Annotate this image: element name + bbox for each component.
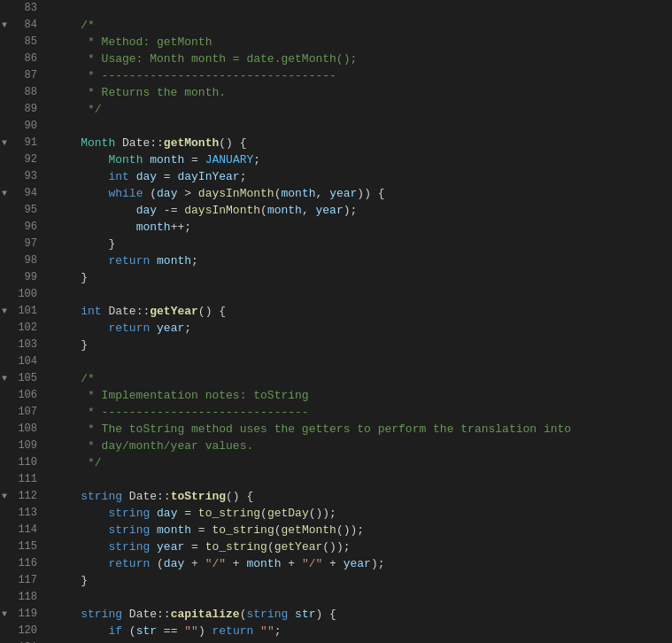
token: day [136, 170, 157, 183]
gutter-line: ▼101 [0, 303, 37, 320]
token: capitalize [171, 608, 240, 621]
gutter-line: 92 [0, 151, 37, 168]
fold-arrow-icon[interactable]: ▼ [2, 185, 7, 202]
token: + [226, 557, 246, 570]
token: getMonth [282, 523, 336, 537]
gutter-line: 108 [0, 421, 37, 438]
line-number: 97 [25, 236, 37, 252]
code-line: Month Date::getMonth() { [53, 135, 672, 151]
line-number: 119 [18, 606, 37, 623]
fold-arrow-icon[interactable]: ▼ [2, 606, 7, 623]
line-number: 118 [18, 589, 37, 606]
token: str [136, 624, 157, 638]
token: } [53, 338, 88, 352]
token: -= [157, 204, 184, 217]
line-number: 113 [18, 505, 37, 522]
token [53, 170, 108, 183]
token: month [282, 187, 316, 200]
token [288, 608, 295, 621]
token: ( [260, 204, 267, 217]
line-number: 117 [18, 572, 37, 589]
gutter-line: 102 [0, 320, 37, 337]
token: /* [53, 372, 95, 385]
code-line: */ [53, 454, 672, 471]
token: () { [219, 136, 246, 150]
token: ( [274, 187, 282, 200]
line-number: 89 [25, 101, 37, 118]
fold-arrow-icon[interactable]: ▼ [2, 17, 7, 34]
code-line: } [53, 337, 672, 353]
token: ( [122, 624, 136, 638]
token [53, 507, 108, 520]
token [53, 490, 81, 503]
token: Month [81, 136, 115, 150]
token: month [136, 221, 171, 234]
token: * Implementation notes: toString [53, 389, 309, 402]
token: * Returns the month. [53, 86, 226, 99]
token: * ------------------------------ [53, 406, 309, 419]
line-number: 86 [25, 50, 37, 67]
line-number: 84 [25, 17, 37, 34]
token: getYear [274, 540, 323, 554]
gutter-line: 116 [0, 555, 37, 572]
gutter-line: ▼94 [0, 185, 37, 202]
token: ; [274, 624, 282, 638]
code-line: return toUpperCase(str.substr(0, 1)) + t… [53, 639, 672, 643]
code-line: day -= daysInMonth(month, year); [53, 202, 672, 219]
token: return [108, 254, 150, 267]
gutter-line: 99 [0, 269, 37, 286]
code-line: * Method: getMonth [53, 34, 672, 50]
code-line: } [53, 269, 672, 286]
token: to_string [205, 540, 267, 554]
token: int [81, 305, 101, 318]
token: JANUARY [205, 153, 254, 167]
gutter-line: 106 [0, 387, 37, 404]
token: = [191, 523, 212, 537]
line-number: 85 [25, 34, 37, 50]
code-line: string Date::toString() { [53, 488, 672, 505]
token: = [184, 540, 205, 554]
token: + [322, 557, 343, 570]
token: ()); [336, 523, 364, 537]
token [53, 608, 81, 621]
fold-arrow-icon[interactable]: ▼ [2, 370, 7, 387]
code-line: * ---------------------------------- [53, 67, 672, 84]
token: ); [371, 557, 385, 570]
gutter-line: ▼112 [0, 488, 37, 505]
token: } [53, 237, 115, 251]
fold-arrow-icon[interactable]: ▼ [2, 488, 7, 505]
gutter-line: 87 [0, 67, 37, 84]
line-number: 108 [18, 421, 37, 438]
fold-arrow-icon[interactable]: ▼ [2, 135, 7, 151]
gutter-line: 83 [0, 0, 37, 17]
token: day [164, 557, 184, 570]
token: ( [143, 187, 157, 200]
token: /* [53, 19, 95, 32]
gutter-line: 118 [0, 589, 37, 606]
code-line: } [53, 572, 672, 589]
token: Date:: [122, 490, 171, 503]
code-line [53, 0, 672, 17]
token: * ---------------------------------- [53, 69, 336, 82]
line-number: 115 [18, 538, 37, 555]
token: return [108, 322, 150, 335]
code-line: if (str == "") return ""; [53, 623, 672, 639]
line-numbers: 83▼84858687888990▼919293▼949596979899100… [0, 0, 44, 643]
line-number: 99 [25, 269, 37, 286]
token: "/" [205, 557, 226, 570]
line-number: 106 [18, 387, 37, 404]
code-line: return year; [53, 320, 672, 337]
token [53, 136, 81, 150]
code-line: Month month = JANUARY; [53, 151, 672, 168]
gutter-line: 90 [0, 118, 37, 135]
token: daysInMonth [198, 187, 274, 200]
token [53, 523, 108, 537]
token [150, 523, 157, 537]
line-number: 90 [25, 118, 37, 135]
token: Date:: [102, 305, 151, 318]
fold-arrow-icon[interactable]: ▼ [2, 303, 7, 320]
token: dayInYear [177, 170, 239, 183]
line-number: 83 [25, 0, 37, 17]
code-line: */ [53, 101, 672, 118]
token: return [108, 557, 150, 570]
